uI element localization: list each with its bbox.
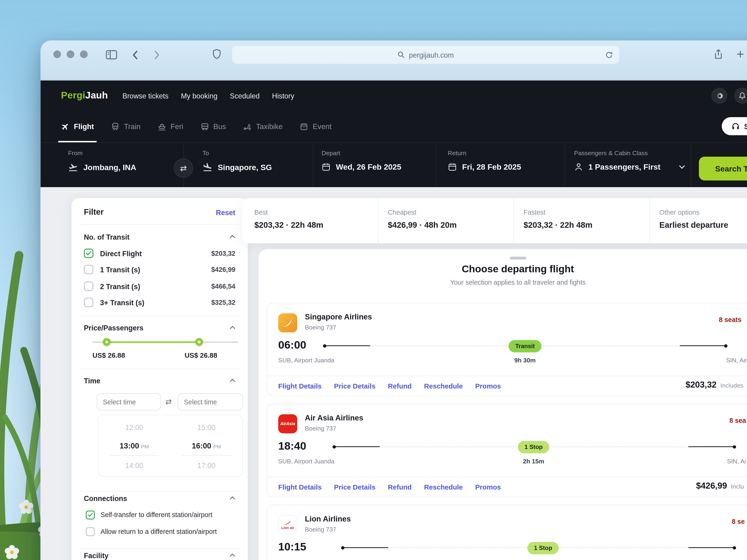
price-details-link[interactable]: Price Details	[334, 483, 376, 491]
filter-option-3plus-transit[interactable]: 3+ Transit (s) $325,32	[84, 298, 235, 307]
return-date-field[interactable]: Return Fri, 28 Feb 2025	[448, 150, 521, 171]
time-section-header[interactable]: Time	[84, 376, 235, 385]
flight-details-link[interactable]: Flight Details	[278, 382, 322, 390]
address-bar[interactable]: pergijauh.com	[232, 46, 619, 64]
window-minimize-button[interactable]	[67, 50, 75, 58]
sort-option-cheapest[interactable]: Cheapest $426,99 · 48h 20m	[378, 198, 514, 243]
forward-button[interactable]	[152, 49, 161, 60]
route-line-solid	[334, 446, 380, 447]
sort-options-bar: Best $203,32 · 22h 48m Cheapest $426,99 …	[242, 198, 747, 243]
transit-section-header[interactable]: No. of Transit	[84, 232, 235, 241]
plane-takeoff-icon	[68, 162, 78, 172]
price-block: $203,32 Includes	[686, 380, 744, 390]
wheel-option[interactable]: 17:00	[171, 461, 242, 471]
gear-icon	[715, 91, 724, 100]
flight-card-singapore-airlines[interactable]: Singapore Airlines Boeing 737 8 seats 06…	[267, 303, 747, 396]
filter-reset-button[interactable]: Reset	[216, 208, 235, 216]
connections-section-header[interactable]: Connections	[84, 493, 235, 503]
time-to-input[interactable]	[178, 393, 243, 410]
slider-handle-max[interactable]	[196, 338, 203, 346]
wheel-option[interactable]: 15:00	[171, 423, 242, 433]
wheel-option-selected[interactable]: 16:00PM	[171, 442, 242, 452]
seats-left-note: 8 seats	[719, 316, 742, 323]
refund-link[interactable]: Refund	[388, 382, 412, 390]
wheel-option[interactable]: 12:00	[98, 423, 170, 433]
slider-active-range	[107, 341, 199, 343]
chevron-up-icon	[230, 553, 235, 557]
passengers-cabin-field[interactable]: Passengers & Cabin Class 1 Passengers, F…	[574, 150, 685, 171]
site-logo[interactable]: PergiJauh	[61, 90, 108, 101]
price-section-header[interactable]: Price/Passengers	[84, 323, 235, 332]
route-line-solid	[680, 345, 725, 346]
origin-airport: SUB, Airport Juanda	[278, 357, 334, 364]
nav-my-booking[interactable]: My booking	[181, 92, 217, 100]
window-close-button[interactable]	[53, 50, 61, 58]
notifications-button[interactable]	[734, 88, 747, 104]
settings-button[interactable]	[711, 88, 727, 104]
time-from-input[interactable]	[97, 393, 161, 410]
depart-date-field[interactable]: Depart Wed, 26 Feb 2025	[322, 150, 401, 171]
nav-history[interactable]: History	[272, 92, 294, 100]
card-footer: Flight Details Price Details Refund Resc…	[267, 477, 747, 497]
checkbox-unchecked[interactable]	[84, 298, 93, 307]
tab-flight[interactable]: Flight	[61, 111, 94, 142]
connections-option-self-transfer[interactable]: Self-transfer to different station/airpo…	[86, 510, 240, 519]
filter-option-2-transit[interactable]: 2 Transit (s) $466,54	[84, 282, 235, 291]
flight-details-link[interactable]: Flight Details	[278, 483, 322, 491]
tab-ferry[interactable]: Feri	[158, 111, 183, 142]
promos-link[interactable]: Promos	[475, 483, 501, 491]
wheel-option-selected[interactable]: 13:00PM	[98, 442, 170, 452]
tab-taxibike[interactable]: Taxibike	[243, 111, 283, 142]
main-navigation: Browse tickets My booking Sceduled Histo…	[122, 80, 294, 111]
tab-train[interactable]: Train	[111, 111, 140, 142]
filter-option-1-transit[interactable]: 1 Transit (s) $426,99	[84, 265, 235, 274]
flight-card-air-asia[interactable]: AirAsia Air Asia Airlines Boeing 737 8 s…	[267, 404, 747, 497]
nav-browse-tickets[interactable]: Browse tickets	[122, 92, 168, 100]
slider-handle-min[interactable]	[103, 338, 111, 346]
swap-arrows-icon[interactable]: ⇄	[165, 397, 172, 406]
divider	[182, 455, 231, 456]
sidebar-toggle-icon[interactable]	[105, 49, 118, 61]
back-button[interactable]	[130, 49, 139, 60]
share-icon[interactable]	[712, 48, 725, 61]
checkbox-unchecked[interactable]	[84, 282, 93, 291]
sort-option-best[interactable]: Best $203,32 · 22h 48m	[242, 198, 378, 243]
shield-icon[interactable]	[211, 48, 223, 60]
reschedule-link[interactable]: Reschedule	[424, 382, 463, 390]
reschedule-link[interactable]: Reschedule	[424, 483, 463, 491]
flight-card-lion-airlines[interactable]: Lion air Lion Airlines Boeing 737 8 se 1…	[267, 505, 747, 560]
train-icon	[111, 122, 120, 131]
time-wheel-picker[interactable]: 12:00 13:00PM 14:00 15:00 16:00PM 17:00	[98, 415, 243, 477]
category-tab-bar: Flight Train Feri	[41, 111, 747, 142]
promos-link[interactable]: Promos	[475, 382, 501, 390]
checkbox-unchecked[interactable]	[86, 527, 95, 536]
sort-option-other[interactable]: Other options Earliest departure	[649, 198, 747, 243]
window-zoom-button[interactable]	[80, 50, 88, 58]
reload-icon[interactable]	[603, 49, 615, 60]
new-tab-icon[interactable]: +	[734, 48, 747, 61]
filter-option-direct-flight[interactable]: Direct Flight $203,32	[84, 248, 235, 258]
tab-bus[interactable]: Bus	[200, 111, 226, 142]
refund-link[interactable]: Refund	[388, 483, 412, 491]
to-field[interactable]: To Singapore, SG	[202, 150, 272, 172]
sort-option-fastest[interactable]: Fastest $203,32 · 22h 48m	[514, 198, 649, 243]
flight-duration: 2h 15m	[523, 458, 544, 465]
swap-origin-destination-button[interactable]: ⇄	[174, 159, 193, 178]
connections-option-allow-return[interactable]: Allow return to a different station/airp…	[86, 527, 240, 536]
checkbox-checked[interactable]	[86, 510, 95, 519]
drag-handle[interactable]	[510, 257, 526, 260]
price-details-link[interactable]: Price Details	[334, 382, 376, 390]
price-range-slider[interactable]	[93, 338, 238, 346]
tab-event[interactable]: Event	[300, 111, 332, 142]
facility-section-header[interactable]: Facility	[84, 551, 235, 560]
results-panel: Choose departing flight Your selection a…	[259, 249, 747, 560]
checkbox-unchecked[interactable]	[84, 265, 93, 274]
route-line-solid	[325, 345, 370, 346]
singapore-airlines-logo	[278, 313, 298, 332]
support-button[interactable]: Su	[722, 117, 747, 135]
search-tickets-button[interactable]: Search T	[699, 157, 747, 180]
checkbox-checked[interactable]	[84, 248, 93, 258]
nav-scheduled[interactable]: Sceduled	[230, 92, 260, 100]
from-field[interactable]: From Jombang, INA	[68, 150, 136, 172]
wheel-option[interactable]: 14:00	[98, 461, 170, 471]
